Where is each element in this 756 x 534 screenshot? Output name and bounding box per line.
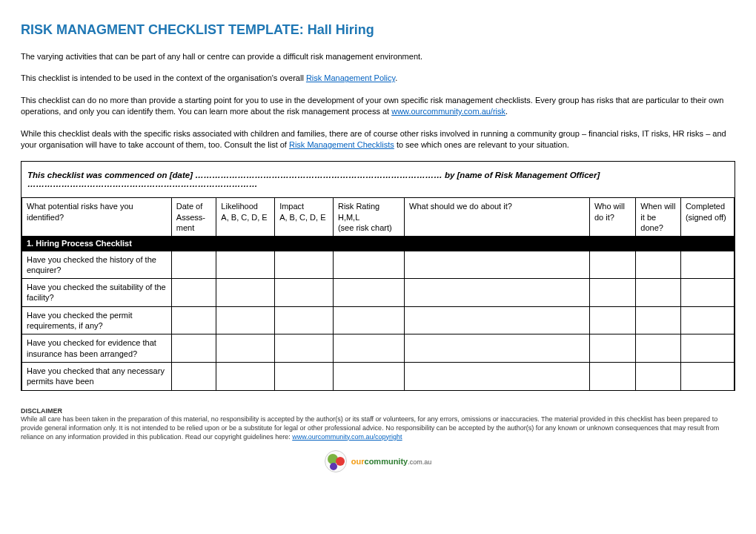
risk-cell: Have you checked the permit requirements… [22,306,172,334]
empty-cell [275,279,334,307]
empty-cell [680,362,734,389]
empty-cell [589,251,635,279]
checklists-link[interactable]: Risk Management Checklists [289,140,394,149]
empty-cell [333,251,404,279]
intro-p2: This checklist is intended to be used in… [21,73,735,84]
empty-cell [275,362,334,389]
risk-cell: Have you checked the history of the enqu… [22,251,172,279]
checklist-table: What potential risks have you identified… [21,198,735,389]
col-header-risk: What potential risks have you identified… [22,198,172,236]
empty-cell [333,334,404,363]
empty-cell [405,362,590,389]
col-header-action: What should we do about it? [405,198,590,236]
col-header-who: Who will do it? [589,198,635,236]
ourcommunity-logo: ourcommunity.com.au [325,450,431,472]
empty-cell [216,362,275,389]
table-row: Have you checked the suitability of the … [22,279,735,307]
empty-cell [636,251,681,279]
empty-cell [589,334,635,363]
disclaimer-heading: DISCLAIMER [21,407,62,415]
table-row: Have you checked that any necessary perm… [22,362,735,389]
intro-p3: This checklist can do no more than provi… [21,95,735,118]
empty-cell [589,306,635,334]
intro-p4: While this checklist deals with the spec… [21,128,735,151]
col-header-when: When will it be done? [636,198,681,236]
empty-cell [405,279,590,307]
logo-icon [325,450,347,472]
empty-cell [333,279,404,307]
empty-cell [680,279,734,307]
empty-cell [680,306,734,334]
footer: ourcommunity.com.au [21,450,735,474]
empty-cell [171,279,216,307]
col-header-rating: Risk Rating H,M,L (see risk chart) [333,198,404,236]
col-header-date: Date of Assess-ment [171,198,216,236]
empty-cell [636,362,681,389]
risk-cell: Have you checked for evidence that insur… [22,334,172,363]
col-header-completed: Completed (signed off) [680,198,734,236]
risk-process-link[interactable]: www.ourcommunity.com.au/risk [391,107,505,116]
empty-cell [405,334,590,363]
empty-cell [680,251,734,279]
empty-cell [275,334,334,363]
logo-text-community: community [365,457,408,466]
table-row: Have you checked for evidence that insur… [22,334,735,363]
empty-cell [275,306,334,334]
empty-cell [171,306,216,334]
logo-text-domain: .com.au [408,458,431,466]
empty-cell [589,362,635,389]
intro-p2b: . [395,73,397,82]
risk-cell: Have you checked that any necessary perm… [22,362,172,389]
empty-cell [589,279,635,307]
empty-cell [405,306,590,334]
intro-p2a: This checklist is intended to be used in… [21,73,306,82]
checklist-table-wrap: This checklist was commenced on [date] …… [21,161,735,390]
empty-cell [171,334,216,363]
empty-cell [636,279,681,307]
page-title: RISK MANAGMENT CHECKLIST TEMPLATE: Hall … [21,22,735,38]
empty-cell [216,334,275,363]
commencement-row: This checklist was commenced on [date] …… [21,162,735,198]
empty-cell [171,362,216,389]
intro-p3b: . [505,107,508,116]
section-1-header: 1. Hiring Process Checklist [22,237,735,251]
empty-cell [171,251,216,279]
intro-p1: The varying activities that can be part … [21,51,735,62]
table-row: Have you checked the permit requirements… [22,306,735,334]
table-row: Have you checked the history of the enqu… [22,251,735,279]
empty-cell [405,251,590,279]
empty-cell [680,334,734,363]
intro-block: The varying activities that can be part … [21,51,735,151]
risk-cell: Have you checked the suitability of the … [22,279,172,307]
empty-cell [333,362,404,389]
section-1-title: 1. Hiring Process Checklist [22,237,735,251]
empty-cell [636,306,681,334]
empty-cell [333,306,404,334]
intro-p3a: This checklist can do no more than provi… [21,96,723,116]
empty-cell [216,251,275,279]
col-header-likelihood: Likelihood A, B, C, D, E [216,198,275,236]
col-header-impact: Impact A, B, C, D, E [275,198,334,236]
logo-text-our: our [351,457,365,466]
logo-text: ourcommunity.com.au [351,457,431,466]
empty-cell [636,334,681,363]
empty-cell [275,251,334,279]
copyright-link[interactable]: www.ourcommunity.com.au/copyright [292,433,402,441]
empty-cell [216,279,275,307]
empty-cell [216,306,275,334]
header-row: What potential risks have you identified… [22,198,735,236]
risk-policy-link[interactable]: Risk Management Policy [306,73,395,82]
disclaimer-block: DISCLAIMER While all care has been taken… [21,407,735,442]
intro-p4b: to see which ones are relevant to your s… [394,140,569,149]
